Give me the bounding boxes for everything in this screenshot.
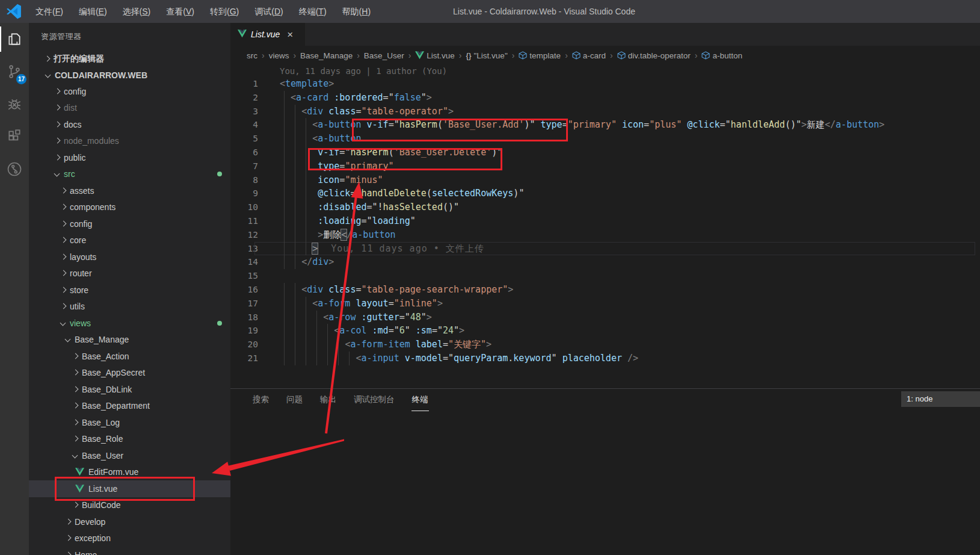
tree-item-base-department[interactable]: Base_Department — [29, 398, 230, 415]
breadcrumb-label: Base_Manage — [300, 51, 353, 60]
extensions-icon[interactable] — [0, 120, 29, 153]
tree-item-buildcode[interactable]: BuildCode — [29, 497, 230, 514]
panel-tab-调试控制台[interactable]: 调试控制台 — [353, 389, 395, 411]
vscode-window: 文件(F)编辑(E)选择(S)查看(V)转到(G)调试(D)终端(T)帮助(H)… — [0, 0, 980, 555]
terminal-select[interactable]: 1: node — [901, 391, 980, 407]
code-line-15[interactable]: 15 — [230, 269, 980, 283]
code-line-11[interactable]: 11 :loading="loading" — [230, 214, 980, 228]
code-line-6[interactable]: 6 v-if="hasPerm('Base_User.Delete')" — [230, 146, 980, 160]
tree-item-src[interactable]: src — [29, 166, 230, 183]
indent-guide — [284, 242, 285, 256]
tree-item-coldairarrow-web[interactable]: COLDAIRARROW.WEB — [29, 67, 230, 83]
tree-item-base-dblink[interactable]: Base_DbLink — [29, 381, 230, 398]
code-line-13[interactable]: 13 >You, 11 days ago • 文件上传 — [230, 242, 980, 256]
tree-item-config[interactable]: config — [29, 215, 230, 232]
code-editor[interactable]: 1<template>2 <a-card :bordered="false">3… — [230, 77, 980, 388]
menu-t[interactable]: 终端(T) — [291, 0, 334, 23]
code-line-9[interactable]: 9 @click="handleDelete(selectedRowKeys)" — [230, 187, 980, 200]
debug-icon[interactable] — [0, 88, 29, 120]
menu-f[interactable]: 文件(F) — [28, 0, 71, 23]
code-line-12[interactable]: 12 >删除</a-button — [230, 228, 980, 242]
menu-h[interactable]: 帮助(H) — [334, 0, 378, 23]
tree-item-develop[interactable]: Develop — [29, 513, 230, 530]
panel-tab-输出[interactable]: 输出 — [319, 389, 337, 411]
panel-tab-搜索[interactable]: 搜索 — [252, 389, 270, 411]
tree-item-label: BuildCode — [82, 500, 121, 510]
code-line-5[interactable]: 5 <a-button — [230, 132, 980, 146]
tree-item-config[interactable]: config — [29, 83, 230, 100]
code-line-18[interactable]: 18 <a-row :gutter="48"> — [230, 311, 980, 324]
code-line-17[interactable]: 17 <a-form layout="inline"> — [230, 297, 980, 311]
code-line-3[interactable]: 3 <div class="table-operator"> — [230, 105, 980, 119]
breadcrumb-item[interactable]: Base_User — [364, 51, 404, 60]
source-control-icon[interactable]: 17 — [0, 55, 29, 88]
tree-item-core[interactable]: core — [29, 232, 230, 249]
tree-item-home[interactable]: Home — [29, 547, 230, 555]
indent-guide — [306, 242, 306, 256]
code-line-4[interactable]: 4 <a-button v-if="hasPerm('Base_User.Add… — [230, 118, 980, 132]
tree-item-utils[interactable]: utils — [29, 299, 230, 315]
panel-tab-问题[interactable]: 问题 — [286, 389, 303, 411]
tree-item-store[interactable]: store — [29, 282, 230, 299]
tree-item-label: docs — [64, 120, 82, 129]
tree-item-base-action[interactable]: Base_Action — [29, 348, 230, 365]
tree-item-layouts[interactable]: layouts — [29, 249, 230, 265]
tree-item-public[interactable]: public — [29, 149, 230, 166]
menu-v[interactable]: 查看(V) — [158, 0, 202, 23]
code-line-8[interactable]: 8 icon="minus" — [230, 173, 980, 187]
tree-item-components[interactable]: components — [29, 199, 230, 216]
code-line-10[interactable]: 10 :disabled="!hasSelected()" — [230, 200, 980, 214]
breadcrumb-item[interactable]: a-card — [572, 51, 606, 60]
tree-item-base-log[interactable]: Base_Log — [29, 414, 230, 431]
tree-item-label: Base_Log — [82, 418, 120, 427]
indent-guide — [284, 187, 285, 200]
tree-item-editform-vue[interactable]: EditForm.vue — [29, 464, 230, 481]
tree-item-base-role[interactable]: Base_Role — [29, 431, 230, 448]
tree-item-exception[interactable]: exception — [29, 530, 230, 547]
code-line-14[interactable]: 14 </div> — [230, 255, 980, 269]
code-line-2[interactable]: 2 <a-card :bordered="false"> — [230, 91, 980, 105]
chevron-right-icon — [70, 352, 80, 361]
tab-list-vue[interactable]: List.vue × — [230, 23, 305, 46]
tree-item-assets[interactable]: assets — [29, 182, 230, 199]
code-line-1[interactable]: 1<template> — [230, 77, 980, 91]
code-line-20[interactable]: 20 <a-form-item label="关键字"> — [230, 338, 980, 352]
indent-guide — [306, 146, 306, 160]
tree-item-base-user[interactable]: Base_User — [29, 447, 230, 464]
breadcrumb-item[interactable]: views — [269, 51, 289, 60]
explorer-icon[interactable] — [0, 23, 29, 55]
breadcrumb-item[interactable]: template — [519, 51, 561, 60]
tree-item-views[interactable]: views — [29, 315, 230, 332]
indent-guide — [295, 173, 295, 187]
menu-s[interactable]: 选择(S) — [115, 0, 159, 23]
breadcrumb-item[interactable]: a-button — [701, 51, 742, 60]
indent-guide — [306, 214, 306, 228]
breadcrumb-item[interactable]: {}"List.vue" — [466, 51, 508, 60]
tree-item-docs[interactable]: docs — [29, 116, 230, 133]
code-line-19[interactable]: 19 <a-col :md="6" :sm="24"> — [230, 324, 980, 338]
code-line-16[interactable]: 16 <div class="table-page-search-wrapper… — [230, 283, 980, 297]
tree-item-base-appsecret[interactable]: Base_AppSecret — [29, 365, 230, 382]
breadcrumb-item[interactable]: List.vue — [415, 51, 455, 60]
menu-d[interactable]: 调试(D) — [247, 0, 291, 23]
breadcrumb-item[interactable]: src — [247, 51, 257, 60]
menu-g[interactable]: 转到(G) — [202, 0, 247, 23]
line-number: 14 — [230, 255, 258, 269]
tab-close-icon[interactable]: × — [287, 29, 293, 40]
code-line-21[interactable]: 21 <a-input v-model="queryParam.keyword"… — [230, 352, 980, 365]
menu-e[interactable]: 编辑(E) — [71, 0, 115, 23]
tree-item-node-modules[interactable]: node_modules — [29, 133, 230, 150]
tree-item-label: views — [70, 318, 91, 328]
tree-item-打开的编辑器[interactable]: 打开的编辑器 — [29, 51, 230, 67]
breadcrumb-item[interactable]: Base_Manage — [300, 51, 353, 60]
breadcrumb-item[interactable]: div.table-operator — [617, 51, 691, 60]
gitlens-icon[interactable] — [0, 153, 29, 185]
tree-item-list-vue[interactable]: List.vue — [29, 480, 230, 497]
panel-tab-终端[interactable]: 终端 — [411, 389, 429, 411]
indent-guide — [284, 173, 285, 187]
tree-item-base-manage[interactable]: Base_Manage — [29, 332, 230, 349]
tree-item-dist[interactable]: dist — [29, 100, 230, 117]
code-line-7[interactable]: 7 type="primary" — [230, 160, 980, 173]
git-blame-header: You, 11 days ago | 1 author (You) — [280, 66, 447, 76]
tree-item-router[interactable]: router — [29, 265, 230, 282]
